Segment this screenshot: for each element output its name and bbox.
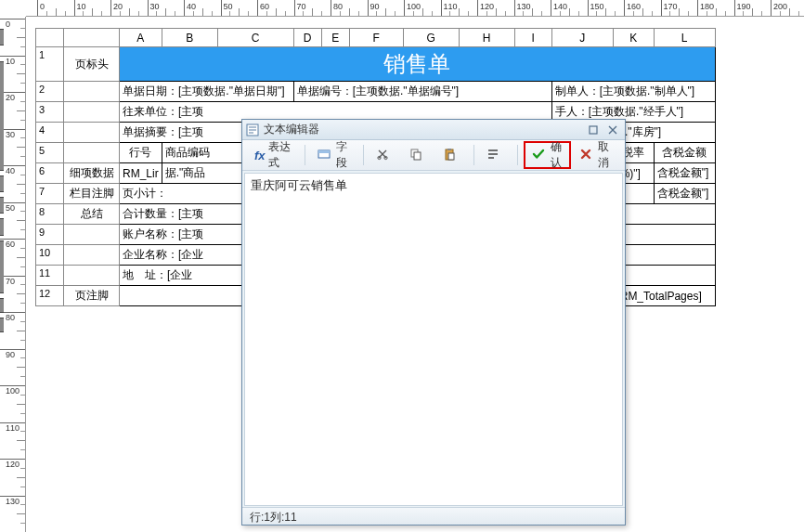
row-2: 2 单据日期：[主项数据."单据日期"] 单据编号：[主项数据."单据编号"] … <box>36 82 716 102</box>
design-canvas: A B C D E F G H I J K L 1 页标头 销售单 2 <box>26 17 804 532</box>
cell-maker[interactable]: 制单人：[主项数据."制单人"] <box>551 82 715 102</box>
svg-rect-3 <box>318 150 330 153</box>
column-header-row: A B C D E F G H I J K L <box>36 29 716 47</box>
col-F[interactable]: F <box>349 29 403 47</box>
row-label-colfooter: 栏目注脚 <box>64 184 120 204</box>
col-A[interactable]: A <box>120 29 162 47</box>
row-label-summary: 总结 <box>64 204 120 225</box>
cell-taxamt-hdr[interactable]: 含税金额 <box>654 143 715 163</box>
row-label-detail: 细项数据 <box>64 163 120 184</box>
row-label-page-footer: 页注脚 <box>64 286 120 306</box>
dialog-toolbar: fx 表达式 字段 <box>242 140 625 171</box>
cell-sub-taxamt[interactable]: 含税金额"] <box>654 184 715 204</box>
ruler-horizontal: 0102030405060708090100110120130140150160… <box>26 0 804 17</box>
col-H[interactable]: H <box>459 29 514 47</box>
cell-bill-no[interactable]: 单据编号：[主项数据."单据编号"] <box>293 82 551 102</box>
copy-icon <box>409 148 425 163</box>
report-title[interactable]: 销售单 <box>120 47 716 82</box>
cursor-position: 行:1列:11 <box>250 511 297 524</box>
scissors-icon <box>376 148 392 163</box>
col-I[interactable]: I <box>514 29 551 47</box>
cell-lineno-hdr[interactable]: 行号 <box>120 143 162 163</box>
dialog-icon <box>246 123 259 136</box>
svg-rect-7 <box>414 152 421 160</box>
editor-textarea[interactable]: 重庆阿可云销售单 <box>244 173 623 506</box>
paste-button[interactable] <box>436 144 468 166</box>
cut-button[interactable] <box>370 144 401 166</box>
dialog-statusbar: 行:1列:11 <box>242 507 625 525</box>
row-1: 1 页标头 销售单 <box>36 47 716 82</box>
paste-icon <box>443 148 459 163</box>
svg-rect-1 <box>590 126 597 134</box>
check-icon <box>532 148 548 163</box>
col-C[interactable]: C <box>217 29 293 47</box>
fx-icon: fx <box>254 149 266 162</box>
cell-bill-date[interactable]: 单据日期：[主项数据."单据日期"] <box>120 82 294 102</box>
maximize-button[interactable] <box>585 123 602 136</box>
col-L[interactable]: L <box>654 29 715 47</box>
copy-button[interactable] <box>403 144 434 166</box>
dialog-titlebar[interactable]: 文本编辑器 <box>242 120 625 140</box>
cell-rmlineno[interactable]: RM_Lir <box>120 163 162 184</box>
text-editor-dialog: 文本编辑器 fx 表达式 字段 <box>241 119 626 526</box>
col-J[interactable]: J <box>551 29 613 47</box>
wrap-button[interactable] <box>480 144 512 166</box>
col-D[interactable]: D <box>293 29 321 47</box>
ruler-vertical: 0102030405060708090100110120130 <box>0 17 26 532</box>
dialog-title: 文本编辑器 <box>264 122 319 137</box>
wrap-icon <box>486 148 502 163</box>
svg-rect-9 <box>447 149 451 150</box>
editor-content: 重庆阿可云销售单 <box>251 178 347 192</box>
col-B[interactable]: B <box>162 29 217 47</box>
field-icon <box>318 148 333 163</box>
cell-taxamt[interactable]: 含税金额"] <box>654 163 715 184</box>
confirm-button[interactable]: 确认 <box>525 144 569 166</box>
row-label-page-header: 页标头 <box>64 47 120 82</box>
expression-button[interactable]: fx 表达式 <box>248 144 299 166</box>
col-K[interactable]: K <box>613 29 654 47</box>
svg-rect-10 <box>448 153 454 160</box>
cross-icon <box>579 148 595 163</box>
close-button[interactable] <box>604 123 621 136</box>
col-E[interactable]: E <box>321 29 349 47</box>
cancel-button[interactable]: 取消 <box>573 144 619 166</box>
field-button[interactable]: 字段 <box>311 144 357 166</box>
col-G[interactable]: G <box>403 29 459 47</box>
